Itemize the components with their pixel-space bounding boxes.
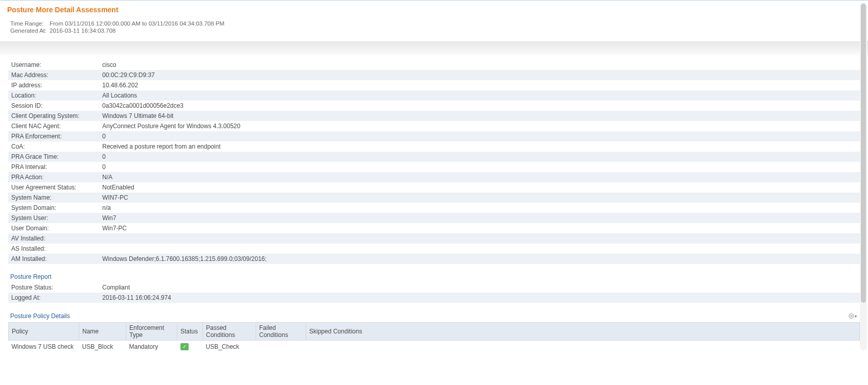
detail-value: 10.48.66.202 [102,82,860,89]
time-range-value: From 03/11/2016 12:00:00.000 AM to 03/11… [49,20,224,27]
report-label: Posture Status: [10,284,102,291]
detail-label: Mac Address: [10,71,102,79]
policy-column-header[interactable]: Failed Conditions [256,323,306,341]
detail-value: Win7 [102,214,860,222]
detail-row: Client Operating System:Windows 7 Ultima… [8,111,860,121]
detail-row: IP address:10.48.66.202 [8,80,860,90]
detail-row: System Domain:n/a [8,203,860,213]
detail-row: System Name:WIN7-PC [8,192,860,203]
generated-at-label: Generated At: [10,28,49,34]
detail-row: Client NAC Agent:AnyConnect Posture Agen… [8,121,860,131]
detail-label: Session ID: [10,102,102,109]
detail-value: Win7-PC [102,225,860,232]
detail-label: Client Operating System: [10,112,102,119]
detail-label: IP address: [10,82,102,89]
posture-report-table: Posture Status:CompliantLogged At:2016-0… [8,282,860,303]
detail-row: Username:cisco [8,60,860,70]
detail-value: n/a [102,204,860,211]
divider-gradient [0,41,868,57]
policy-column-header[interactable]: Name [79,323,126,341]
detail-row: Mac Address:00:0C:29:C9:D9:37 [8,70,860,80]
policy-column-header[interactable]: Passed Conditions [203,323,256,341]
detail-label: PRA Interval: [10,163,102,171]
detail-label: User Agreement Status: [10,184,102,191]
detail-label: System User: [10,214,102,222]
scrollbar-thumb[interactable] [861,4,866,303]
vertical-scrollbar[interactable] [860,3,867,350]
policy-cell-passed: USB_Check [203,341,256,353]
generated-at-value: 2016-03-11 16:34:03.708 [49,28,116,34]
detail-value: cisco [102,61,860,68]
report-value: Compliant [102,284,860,291]
policy-cell-enforcement: Mandatory [126,341,177,353]
detail-row: PRA Enforcement:0 [8,131,860,141]
policy-column-header[interactable]: Policy [9,323,79,341]
detail-label: PRA Action: [10,174,102,181]
policy-cell-skipped [306,341,860,353]
detail-value: All Locations [102,92,860,99]
detail-label: AS Installed: [10,245,102,252]
policy-column-header[interactable]: Status [177,323,203,341]
detail-value: Received a posture report from an endpoi… [102,143,860,150]
detail-value: N/A [102,174,860,181]
check-icon: ✓ [180,343,189,350]
page-title: Posture More Detail Assessment [7,6,861,14]
detail-label: System Name: [10,194,102,201]
detail-row: User Agreement Status:NotEnabled [8,182,860,192]
detail-label: AM Installed: [10,255,102,262]
detail-value: Windows Defender;6.1.7600.16385;1.215.69… [102,255,860,262]
report-row: Logged At:2016-03-11 16:06:24.974 [8,293,860,303]
detail-row: AM Installed:Windows Defender;6.1.7600.1… [8,254,860,264]
detail-value: NotEnabled [102,184,860,191]
detail-label: PRA Enforcement: [10,133,102,140]
policy-column-header[interactable]: Enforcement Type [126,323,177,341]
time-range-label: Time Range: [10,20,49,27]
policy-table-body: Windows 7 USB checkUSB_BlockMandatory✓US… [9,341,860,353]
detail-value: 0 [102,153,860,160]
detail-label: Location: [10,92,102,99]
report-row: Posture Status:Compliant [8,282,860,293]
policy-cell-policy: Windows 7 USB check [9,341,79,353]
report-value: 2016-03-11 16:06:24.974 [102,294,860,301]
policy-column-header[interactable]: Skipped Conditions [306,323,860,341]
detail-label: Username: [10,61,102,68]
detail-value: 0 [102,133,860,140]
svg-point-0 [851,316,852,317]
policy-cell-status: ✓ [177,341,203,353]
detail-value: Windows 7 Ultimate 64-bit [102,112,860,119]
report-label: Logged At: [10,294,102,301]
detail-row: CoA:Received a posture report from an en… [8,141,860,152]
policy-row: Windows 7 USB checkUSB_BlockMandatory✓US… [9,341,860,353]
detail-value: AnyConnect Posture Agent for Windows 4.3… [102,123,860,130]
detail-value: WIN7-PC [102,194,860,201]
detail-row: AV Installed: [8,233,860,244]
gear-icon[interactable]: ▾ [849,312,857,320]
detail-row: PRA Interval:0 [8,162,860,172]
detail-label: AV Installed: [10,235,102,242]
detail-label: System Domain: [10,204,102,211]
policy-details-heading: Posture Policy Details [10,312,70,320]
detail-value: 0 [102,163,860,171]
detail-label: CoA: [10,143,102,150]
detail-row: AS Installed: [8,244,860,254]
detail-row: Session ID:0a3042ca0001d00056e2dce3 [8,101,860,111]
posture-report-heading: Posture Report [8,264,860,282]
policy-table-header-row: PolicyNameEnforcement TypeStatusPassed C… [9,323,860,341]
detail-value: 00:0C:29:C9:D9:37 [102,71,860,79]
policy-cell-failed [256,341,306,353]
detail-row: Location:All Locations [8,90,860,101]
detail-row: System User:Win7 [8,213,860,223]
detail-row: PRA Action:N/A [8,172,860,182]
detail-label: Client NAC Agent: [10,123,102,130]
detail-value: 0a3042ca0001d00056e2dce3 [102,102,860,109]
detail-row: PRA Grace Time:0 [8,152,860,162]
detail-row: User Domain:Win7-PC [8,223,860,233]
policy-cell-name: USB_Block [79,341,126,353]
detail-label: PRA Grace Time: [10,153,102,160]
details-table: Username:ciscoMac Address:00:0C:29:C9:D9… [8,60,860,264]
policy-table: PolicyNameEnforcement TypeStatusPassed C… [8,322,860,352]
detail-label: User Domain: [10,225,102,232]
